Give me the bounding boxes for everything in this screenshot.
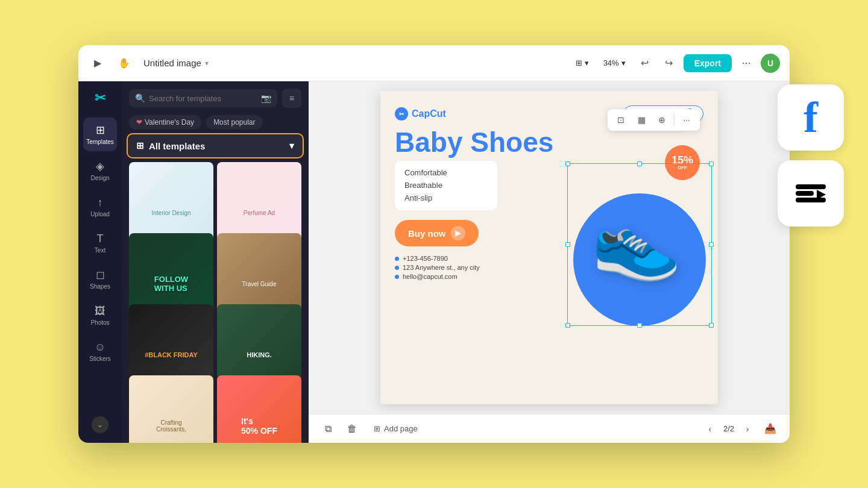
delete-page-btn[interactable]: 🗑 — [342, 419, 362, 439]
handle-tl[interactable] — [565, 161, 570, 166]
sidebar-item-design[interactable]: ◈ Design — [83, 154, 117, 187]
discount-off-text: OFF — [678, 166, 687, 170]
add-page-btn[interactable]: ⊞ Add page — [366, 421, 425, 437]
prev-page-btn[interactable]: ‹ — [702, 421, 719, 437]
search-input[interactable] — [149, 94, 257, 103]
chip-popular[interactable]: Most popular — [206, 115, 262, 130]
chip-valentines[interactable]: ❤ Valentine's Day — [129, 115, 201, 130]
user-avatar[interactable]: U — [761, 54, 780, 73]
logo: ✂ — [88, 86, 112, 110]
facebook-icon: f — [804, 93, 818, 143]
discount-pct-text: 15% — [671, 155, 693, 166]
search-bar: 🔍 📷 ≡ — [122, 81, 309, 115]
sidebar-item-stickers[interactable]: ☺ Stickers — [83, 334, 117, 368]
all-templates-dropdown[interactable]: ⊞ All templates ▾ — [127, 133, 304, 158]
zoom-btn[interactable]: 34% ▾ — [599, 56, 631, 70]
canvas-document: ✂ CapCut www.capcut.com 🔍 Baby Shoes ✦ — [380, 91, 718, 404]
sidebar-item-photos[interactable]: 🖼 Photos — [83, 298, 117, 332]
buy-now-label: Buy now — [408, 228, 446, 239]
facebook-icon-box[interactable]: f — [778, 84, 844, 151]
more-options-btn[interactable]: ··· — [737, 54, 756, 73]
overlay-label: All templates — [149, 141, 205, 151]
buy-now-btn[interactable]: Buy now ▶ — [395, 220, 479, 246]
stickers-label: Stickers — [89, 355, 111, 362]
sidebar-item-upload[interactable]: ↑ Upload — [83, 190, 117, 224]
template-panel: 🔍 📷 ≡ ❤ Valentine's Day Most popular ⊞ — [122, 81, 309, 443]
canvas-area: ✂ CapCut www.capcut.com 🔍 Baby Shoes ✦ — [309, 81, 790, 443]
shapes-label: Shapes — [90, 283, 110, 290]
shoe-image-area: 👟 15% OFF — [561, 139, 706, 326]
chip-valentines-label: Valentine's Day — [145, 118, 194, 127]
photos-label: Photos — [90, 319, 109, 326]
capcut-large-icon — [793, 175, 829, 211]
camera-search-icon[interactable]: 📷 — [261, 93, 271, 103]
bottom-toolbar: ⧉ 🗑 ⊞ Add page ‹ 2/2 › 📥 — [309, 414, 790, 443]
filter-btn[interactable]: ≡ — [282, 89, 301, 108]
shoe-image: 👟 — [567, 169, 706, 314]
contact-dot-icon — [395, 257, 399, 261]
sidebar-item-text[interactable]: T Text — [83, 226, 117, 260]
capcut-logo-icon: ✂ — [95, 90, 105, 106]
sidebar-item-shapes[interactable]: ◻ Shapes — [83, 262, 117, 296]
search-icon: 🔍 — [135, 93, 145, 103]
canvas-float-toolbar: ⊡ ▦ ⊕ ··· — [608, 109, 700, 131]
template-grid: Interior Design Perfume Ad FOLLOWWITH US… — [122, 162, 309, 443]
overlay-icon: ⊞ — [136, 140, 144, 151]
features-box: Comfortable Breathable Anti-slip — [395, 161, 497, 210]
select-tool-btn[interactable]: ▶ — [88, 54, 107, 73]
brand-name: CapCut — [412, 108, 446, 119]
right-floating-icons: f — [778, 84, 844, 227]
sidebar-item-templates[interactable]: ⊞ Templates — [83, 117, 117, 151]
feature-3: Anti-slip — [404, 192, 488, 205]
main-area: ✂ ⊞ Templates ◈ Design ↑ Upload T Text ◻… — [78, 81, 790, 443]
archive-btn[interactable]: 📥 — [761, 419, 780, 439]
sidebar-bottom: ⌄ — [92, 416, 108, 433]
templates-icon: ⊞ — [96, 124, 105, 137]
contact-dot-icon-3 — [395, 275, 399, 279]
copy-style-btn[interactable]: ⊕ — [653, 111, 670, 128]
qr-tool-btn[interactable]: ▦ — [633, 111, 650, 128]
photos-icon: 🖼 — [95, 305, 105, 318]
upload-icon: ↑ — [98, 196, 103, 209]
template-card-6[interactable]: CraftingCroissants, — [129, 375, 213, 443]
shapes-icon: ◻ — [96, 268, 105, 281]
capcut-brand: ✂ CapCut — [395, 107, 446, 120]
handle-tc[interactable] — [637, 161, 642, 166]
template-card-7[interactable]: It's50% OFF — [217, 375, 301, 443]
template-chips: ❤ Valentine's Day Most popular — [122, 115, 309, 136]
shoe-emoji: 👟 — [591, 199, 682, 284]
redo-btn[interactable]: ↪ — [659, 54, 679, 73]
stickers-icon: ☺ — [95, 341, 105, 354]
design-label: Design — [90, 175, 109, 181]
export-button[interactable]: Export — [684, 54, 732, 72]
hand-tool-btn[interactable]: ✋ — [115, 54, 134, 73]
copy-page-btn[interactable]: ⧉ — [318, 419, 338, 439]
svg-rect-0 — [796, 184, 826, 189]
title-chevron-icon: ▾ — [205, 59, 209, 67]
app-header: ▶ ✋ Untitled image ▾ ⊞ ▾ 34% ▾ ↩ ↪ Expor… — [78, 45, 790, 81]
crop-tool-btn[interactable]: ⊡ — [612, 111, 629, 128]
capcut-logo-icon: ✂ — [395, 107, 408, 120]
page-navigation: ‹ 2/2 › — [702, 421, 756, 437]
svg-rect-1 — [796, 191, 814, 196]
capcut-icon-box[interactable] — [778, 160, 844, 227]
contact-dot-icon-2 — [395, 266, 399, 270]
search-box-container: 🔍 📷 — [129, 89, 277, 107]
sidebar-collapse-btn[interactable]: ⌄ — [92, 416, 108, 433]
add-page-icon: ⊞ — [374, 424, 380, 433]
templates-label: Templates — [86, 139, 114, 145]
next-page-btn[interactable]: › — [739, 421, 756, 437]
icon-sidebar: ✂ ⊞ Templates ◈ Design ↑ Upload T Text ◻… — [78, 81, 122, 443]
feature-2: Breathable — [404, 180, 488, 192]
layout-btn[interactable]: ⊞ ▾ — [571, 56, 594, 70]
template-preview-6: CraftingCroissants, — [129, 375, 213, 443]
text-label: Text — [95, 247, 105, 254]
undo-btn[interactable]: ↩ — [635, 54, 655, 73]
all-templates-bar: ⊞ All templates ▾ ⊞ All templates ▾ — [129, 136, 301, 156]
document-title: Untitled image — [143, 58, 201, 68]
float-divider — [674, 114, 675, 126]
design-icon: ◈ — [96, 160, 104, 173]
overlay-chevron: ▾ — [289, 140, 294, 151]
canvas-container[interactable]: ✂ CapCut www.capcut.com 🔍 Baby Shoes ✦ — [309, 81, 790, 414]
more-tool-btn[interactable]: ··· — [678, 111, 695, 128]
